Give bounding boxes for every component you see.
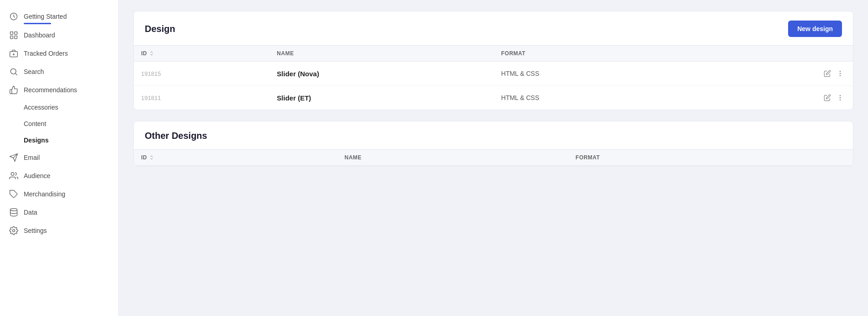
sidebar-label-accessories: Accessories — [24, 104, 58, 111]
svg-rect-2 — [15, 32, 17, 35]
sidebar-label-dashboard: Dashboard — [24, 32, 55, 39]
sidebar-label-email: Email — [24, 154, 40, 161]
search-icon — [9, 67, 18, 76]
svg-point-12 — [11, 173, 14, 176]
col-id-header: ID — [134, 46, 269, 62]
sidebar-label-audience: Audience — [24, 172, 50, 179]
circle-dash-icon — [9, 12, 18, 21]
sidebar-item-accessories[interactable]: Accessories — [0, 99, 118, 116]
table-row: 191811 Slider (ET) HTML & CSS — [134, 86, 853, 110]
sidebar: Getting Started Dashboard Tracked Orders… — [0, 0, 119, 316]
sidebar-item-dashboard[interactable]: Dashboard — [0, 26, 118, 44]
svg-point-15 — [13, 230, 15, 232]
design-card-header: Design New design — [134, 11, 853, 45]
more-options-button[interactable] — [835, 92, 846, 103]
main-content: Design New design ID NAME FORMAT — [119, 0, 868, 316]
design-card: Design New design ID NAME FORMAT — [133, 11, 853, 110]
row-name: Slider (Nova) — [269, 62, 494, 86]
tag-icon — [9, 190, 18, 199]
svg-point-18 — [840, 75, 840, 76]
sidebar-label-search: Search — [24, 68, 44, 75]
other-designs-table-head: ID NAME FORMAT — [134, 150, 853, 166]
sidebar-item-search[interactable]: Search — [0, 63, 118, 81]
sidebar-item-settings[interactable]: Settings — [0, 221, 118, 240]
col-format-header: FORMAT — [494, 46, 702, 62]
svg-point-19 — [840, 95, 840, 96]
design-title: Design — [145, 24, 175, 34]
row-format: HTML & CSS — [494, 62, 702, 86]
send-icon — [9, 153, 18, 162]
col-name-header: NAME — [269, 46, 494, 62]
id-sort[interactable]: ID — [141, 50, 262, 57]
sidebar-item-tracked-orders[interactable]: Tracked Orders — [0, 44, 118, 63]
col-actions-header — [702, 46, 853, 62]
svg-rect-4 — [15, 36, 17, 39]
edit-button[interactable] — [822, 92, 833, 103]
svg-rect-3 — [11, 36, 13, 39]
other-designs-title: Other Designs — [145, 131, 207, 141]
sidebar-item-data[interactable]: Data — [0, 203, 118, 221]
svg-rect-1 — [11, 32, 13, 35]
sidebar-item-designs[interactable]: Designs — [0, 132, 118, 148]
edit-button[interactable] — [822, 68, 833, 79]
row-name: Slider (ET) — [269, 86, 494, 110]
id-sort[interactable]: ID — [141, 154, 330, 161]
new-design-button[interactable]: New design — [788, 21, 842, 37]
row-id: 191811 — [134, 86, 269, 110]
row-format: HTML & CSS — [494, 86, 702, 110]
svg-point-16 — [840, 71, 840, 72]
row-actions — [702, 62, 853, 86]
settings-icon — [9, 226, 18, 235]
sidebar-label-tracked-orders: Tracked Orders — [24, 50, 68, 57]
table-row: 191815 Slider (Nova) HTML & CSS — [134, 62, 853, 86]
sidebar-label-settings: Settings — [24, 227, 47, 234]
svg-point-8 — [11, 68, 16, 74]
other-designs-table: ID NAME FORMAT — [134, 149, 853, 166]
thumbs-up-icon — [9, 85, 18, 95]
grid-icon — [9, 31, 18, 40]
svg-point-20 — [840, 97, 840, 98]
svg-point-21 — [840, 100, 840, 100]
svg-point-17 — [840, 73, 840, 74]
other-designs-card: Other Designs ID NAME FORMAT — [133, 121, 853, 166]
col-id-header: ID — [134, 150, 337, 166]
more-options-button[interactable] — [835, 68, 846, 79]
row-actions — [702, 86, 853, 110]
svg-line-9 — [16, 74, 17, 75]
sidebar-item-recommendations[interactable]: Recommendations — [0, 81, 118, 99]
design-table: ID NAME FORMAT 191815 Slider (Nova) HTML… — [134, 45, 853, 110]
sidebar-label-content: Content — [24, 120, 46, 127]
sidebar-item-merchandising[interactable]: Merchandising — [0, 185, 118, 203]
sidebar-label-getting-started: Getting Started — [24, 13, 67, 20]
sidebar-label-designs: Designs — [24, 137, 48, 144]
col-format-header: FORMAT — [568, 150, 853, 166]
col-name-header: NAME — [337, 150, 568, 166]
sidebar-item-audience[interactable]: Audience — [0, 167, 118, 185]
svg-point-14 — [11, 209, 17, 211]
design-table-head: ID NAME FORMAT — [134, 46, 853, 62]
package-icon — [9, 49, 18, 58]
other-designs-card-header: Other Designs — [134, 121, 853, 149]
row-id: 191815 — [134, 62, 269, 86]
progress-bar — [24, 23, 51, 24]
sidebar-item-getting-started[interactable]: Getting Started — [0, 7, 118, 26]
sidebar-label-recommendations: Recommendations — [24, 86, 77, 94]
users-icon — [9, 171, 18, 180]
sidebar-item-content[interactable]: Content — [0, 116, 118, 132]
sidebar-label-merchandising: Merchandising — [24, 190, 65, 198]
database-icon — [9, 208, 18, 217]
sidebar-item-email[interactable]: Email — [0, 148, 118, 167]
sidebar-label-data: Data — [24, 209, 37, 216]
design-table-body: 191815 Slider (Nova) HTML & CSS 191811 — [134, 62, 853, 110]
